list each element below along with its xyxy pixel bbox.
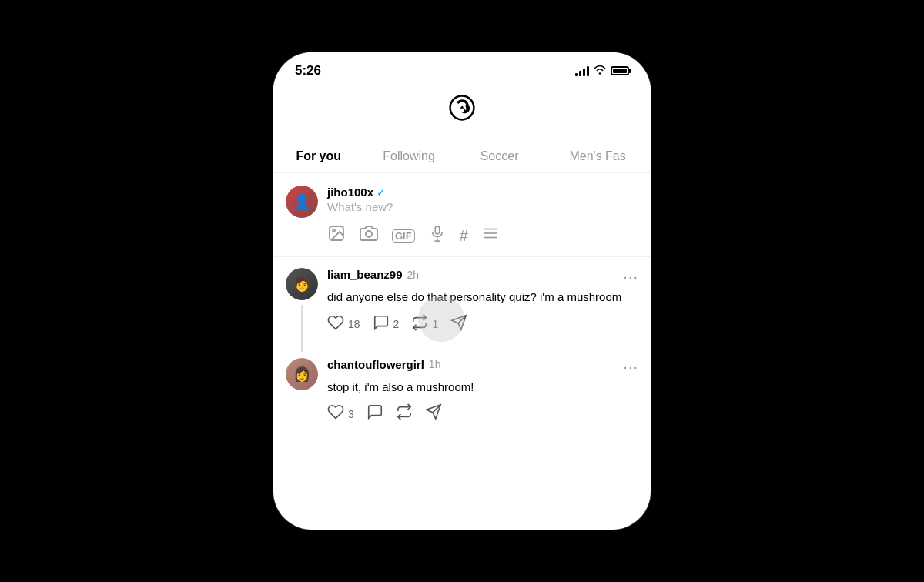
mic-icon[interactable] <box>429 224 446 247</box>
post-2-time: 1h <box>429 358 441 370</box>
post-1-repost[interactable]: 1 <box>411 314 438 335</box>
heart-icon <box>327 314 344 335</box>
status-time: 5:26 <box>295 63 321 79</box>
post-2-repost[interactable] <box>396 403 413 424</box>
post-1-actions: 18 2 <box>327 314 638 344</box>
new-post-area[interactable]: 👤 jiho100x ✓ What's new? <box>273 173 651 257</box>
status-bar: 5:26 <box>273 52 651 85</box>
post-1-like[interactable]: 18 <box>327 314 360 335</box>
wifi-icon <box>594 65 606 77</box>
svg-rect-3 <box>435 226 440 234</box>
tab-following[interactable]: Following <box>363 140 454 172</box>
post-1-repost-count: 1 <box>432 318 438 330</box>
share-icon-2 <box>425 403 442 424</box>
tab-for-you[interactable]: For you <box>273 140 363 172</box>
post-2-actions: 3 <box>327 403 638 433</box>
image-icon[interactable] <box>327 224 346 247</box>
post-2-share[interactable] <box>425 403 442 424</box>
new-post-username: jiho100x <box>327 186 373 199</box>
post-1-content: did anyone else do that personality quiz… <box>327 289 638 306</box>
post-2-user-info: chantouflowergirl 1h <box>327 358 440 371</box>
post-1-right: liam_beanz99 2h ··· did anyone else do t… <box>327 268 638 352</box>
post-2-like[interactable]: 3 <box>327 403 354 424</box>
app-header <box>273 85 651 140</box>
post-1: 🧑 liam_beanz99 2h ··· did anyone else do… <box>273 257 651 352</box>
new-post-content: jiho100x ✓ What's new? <box>327 186 638 247</box>
post-2-comment[interactable] <box>367 403 383 424</box>
post-1-comment-count: 2 <box>393 318 400 330</box>
post-2-right: chantouflowergirl 1h ··· stop it, i'm al… <box>327 358 638 442</box>
feed: 👤 jiho100x ✓ What's new? <box>273 173 651 441</box>
tab-soccer[interactable]: Soccer <box>454 140 544 172</box>
post-2: 👩 chantouflowergirl 1h ··· stop it, i'm … <box>273 352 651 442</box>
post-2-header: chantouflowergirl 1h ··· <box>327 358 638 376</box>
post-1-left: 🧑 <box>286 268 318 352</box>
threads-logo <box>447 92 477 129</box>
post-1-user-info: liam_beanz99 2h <box>327 268 419 281</box>
hashtag-icon[interactable]: # <box>460 227 468 245</box>
new-post-placeholder[interactable]: What's new? <box>327 200 638 213</box>
post-1-header: liam_beanz99 2h ··· <box>327 268 638 286</box>
svg-point-2 <box>366 231 372 237</box>
svg-point-1 <box>333 229 335 232</box>
status-icons <box>575 65 629 77</box>
post-2-like-count: 3 <box>348 408 354 420</box>
battery-icon <box>611 66 629 75</box>
thread-line-1 <box>301 305 303 352</box>
tabs: For you Following Soccer Men's Fas <box>273 140 651 173</box>
share-icon <box>450 314 467 335</box>
menu-lines-icon[interactable] <box>482 225 499 246</box>
post-1-time: 2h <box>407 269 420 281</box>
post-1-menu[interactable]: ··· <box>623 268 638 286</box>
phone-frame: 5:26 <box>273 52 651 530</box>
post-1-comment[interactable]: 2 <box>373 314 400 335</box>
new-post-actions: GIF # <box>327 224 638 247</box>
post-2-username: chantouflowergirl <box>327 358 424 371</box>
gif-icon[interactable]: GIF <box>392 229 415 242</box>
heart-icon-2 <box>327 403 344 424</box>
post-1-avatar: 🧑 <box>286 268 318 300</box>
post-2-menu[interactable]: ··· <box>623 358 638 376</box>
post-2-content: stop it, i'm also a mushroom! <box>327 379 638 396</box>
repost-icon <box>411 314 428 335</box>
post-1-share[interactable] <box>450 314 467 335</box>
camera-icon[interactable] <box>360 224 378 247</box>
signal-icon <box>575 65 589 76</box>
post-1-like-count: 18 <box>348 318 360 330</box>
new-post-username-row: jiho100x ✓ <box>327 186 638 199</box>
current-user-avatar: 👤 <box>286 186 318 218</box>
verified-icon: ✓ <box>377 186 386 199</box>
post-2-avatar: 👩 <box>286 358 318 390</box>
post-2-left: 👩 <box>286 358 318 442</box>
comment-icon-2 <box>367 403 383 424</box>
repost-icon-2 <box>396 403 413 424</box>
post-1-username: liam_beanz99 <box>327 268 403 281</box>
comment-icon <box>373 314 390 335</box>
tab-mens-fashion[interactable]: Men's Fas <box>544 140 651 172</box>
